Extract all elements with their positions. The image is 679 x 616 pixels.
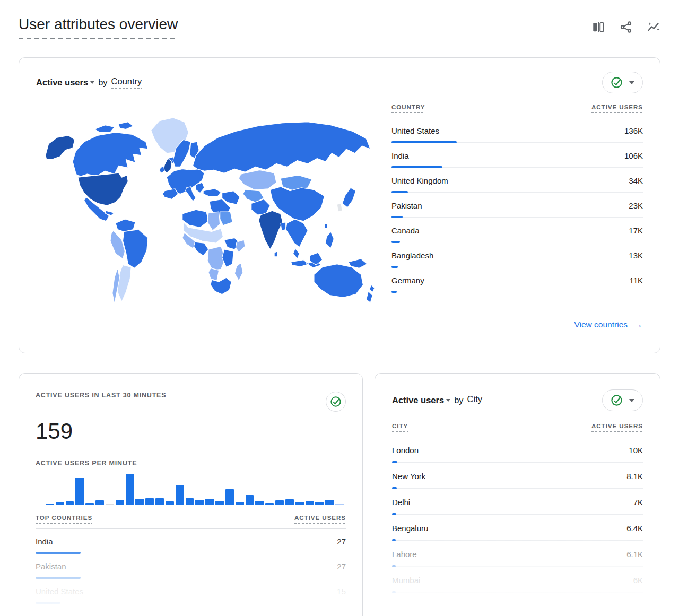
table-row: United Kingdom34K bbox=[391, 168, 643, 193]
column-header-active-users[interactable]: ACTIVE USERS bbox=[591, 423, 643, 432]
active-users-by-city-card: Active users by City CITY ACTIVE USERS bbox=[375, 373, 660, 616]
column-header-country[interactable]: COUNTRY bbox=[391, 104, 425, 113]
row-label: United States bbox=[391, 126, 439, 135]
per-minute-chart-title: ACTIVE USERS PER MINUTE bbox=[36, 459, 346, 467]
column-header-city[interactable]: CITY bbox=[392, 423, 408, 432]
row-label: India bbox=[391, 151, 409, 160]
card-header: Active users by City bbox=[392, 389, 643, 411]
table-row: Bengaluru6.4K bbox=[392, 515, 643, 541]
row-value: 27 bbox=[337, 537, 346, 546]
minute-bar bbox=[116, 500, 124, 505]
table-row: Canada17K bbox=[391, 218, 643, 243]
table-row: Pakistan23K bbox=[391, 193, 643, 218]
row-label: Delhi bbox=[392, 498, 410, 507]
card-title: Active users by Country bbox=[36, 76, 142, 89]
metric-selector[interactable]: Active users bbox=[392, 395, 444, 405]
realtime-card: ACTIVE USERS IN LAST 30 MINUTES 159 ACTI… bbox=[19, 373, 363, 616]
chevron-down-icon bbox=[629, 399, 634, 402]
row-value: 23K bbox=[629, 201, 643, 210]
table-row: New York8.1K bbox=[392, 463, 643, 489]
row-bar bbox=[391, 266, 643, 268]
row-value: 10K bbox=[629, 446, 643, 455]
minute-bar bbox=[246, 495, 254, 505]
minute-bar bbox=[56, 502, 64, 505]
row-value: 13K bbox=[629, 251, 643, 260]
row-value: 15 bbox=[337, 587, 346, 596]
card-body: COUNTRY ACTIVE USERS United States136KIn… bbox=[36, 98, 643, 310]
card-header: ACTIVE USERS IN LAST 30 MINUTES bbox=[36, 392, 346, 412]
title-connector: by bbox=[454, 395, 463, 405]
column-header-active-users[interactable]: ACTIVE USERS bbox=[591, 104, 643, 113]
row-bar bbox=[391, 216, 643, 218]
arrow-right-icon: → bbox=[633, 319, 643, 329]
page-title: User attributes overview bbox=[19, 16, 178, 39]
row-bar bbox=[391, 191, 643, 193]
active-users-per-minute-chart[interactable] bbox=[36, 472, 346, 505]
minute-bar bbox=[186, 498, 194, 505]
row-bar bbox=[392, 487, 643, 489]
minute-bar bbox=[205, 499, 214, 505]
check-circle-icon bbox=[611, 76, 623, 89]
row-value: 6K bbox=[633, 576, 643, 585]
topbar: User attributes overview bbox=[19, 16, 660, 39]
metric-selector[interactable]: Active users bbox=[36, 77, 88, 88]
minute-bar bbox=[145, 498, 154, 505]
minute-bar bbox=[135, 499, 144, 505]
realtime-title[interactable]: ACTIVE USERS IN LAST 30 MINUTES bbox=[36, 392, 166, 402]
minute-bar bbox=[95, 500, 104, 505]
row-label: Canada bbox=[391, 226, 420, 235]
table-row: India27 bbox=[36, 529, 346, 554]
comparison-icon[interactable] bbox=[591, 20, 605, 34]
bottom-row: ACTIVE USERS IN LAST 30 MINUTES 159 ACTI… bbox=[19, 373, 660, 616]
row-bar bbox=[391, 241, 643, 243]
row-bar bbox=[392, 513, 643, 515]
data-quality-button[interactable] bbox=[602, 72, 643, 93]
row-label: Mumbai bbox=[392, 576, 420, 585]
row-label: Germany bbox=[391, 276, 424, 285]
table-row: Pakistan27 bbox=[36, 554, 346, 579]
row-label: Bangladesh bbox=[391, 251, 433, 260]
row-value: 27 bbox=[337, 562, 346, 571]
row-bar bbox=[391, 291, 643, 293]
row-label: Pakistan bbox=[391, 201, 422, 210]
card-footer: View countries → bbox=[36, 319, 643, 329]
row-bar bbox=[391, 166, 643, 168]
chevron-down-icon bbox=[446, 399, 450, 402]
title-connector: by bbox=[98, 77, 107, 88]
minute-bar bbox=[75, 478, 84, 505]
topbar-icons bbox=[591, 16, 660, 34]
table-row: United States15 bbox=[36, 579, 346, 604]
minute-bar bbox=[106, 504, 114, 505]
minute-bar bbox=[275, 500, 284, 505]
data-quality-button[interactable] bbox=[602, 389, 643, 411]
column-header-active-users[interactable]: ACTIVE USERS bbox=[294, 515, 346, 524]
check-circle-icon bbox=[611, 394, 623, 406]
share-icon[interactable] bbox=[619, 20, 633, 34]
analytics-overview-page: User attributes overview bbox=[0, 0, 679, 616]
insights-icon[interactable] bbox=[647, 20, 660, 34]
row-bar bbox=[392, 461, 643, 463]
country-table: COUNTRY ACTIVE USERS United States136KIn… bbox=[391, 98, 643, 310]
top-countries-table: TOP COUNTRIES ACTIVE USERS India27Pakist… bbox=[36, 515, 346, 604]
dimension-selector[interactable]: Country bbox=[111, 76, 142, 89]
row-value: 17K bbox=[629, 226, 643, 235]
card-title: Active users by City bbox=[392, 394, 482, 406]
minute-bar bbox=[85, 503, 94, 505]
row-bar bbox=[391, 141, 643, 143]
table-body: London10KNew York8.1KDelhi7KBengaluru6.4… bbox=[392, 437, 643, 593]
city-table: CITY ACTIVE USERS London10KNew York8.1KD… bbox=[392, 423, 643, 593]
row-label: Pakistan bbox=[36, 562, 66, 571]
view-countries-link[interactable]: View countries → bbox=[574, 319, 643, 329]
row-label: London bbox=[392, 446, 419, 455]
minute-bar bbox=[166, 501, 174, 505]
dimension-selector[interactable]: City bbox=[467, 394, 482, 406]
minute-bar bbox=[155, 498, 164, 505]
column-header-top-countries[interactable]: TOP COUNTRIES bbox=[36, 515, 92, 524]
world-map[interactable] bbox=[36, 111, 381, 310]
row-bar bbox=[392, 591, 643, 593]
row-value: 106K bbox=[624, 151, 643, 160]
table-header: CITY ACTIVE USERS bbox=[392, 423, 643, 437]
data-quality-button[interactable] bbox=[326, 392, 346, 412]
minute-bar bbox=[335, 504, 344, 505]
active-users-count: 159 bbox=[36, 419, 346, 444]
